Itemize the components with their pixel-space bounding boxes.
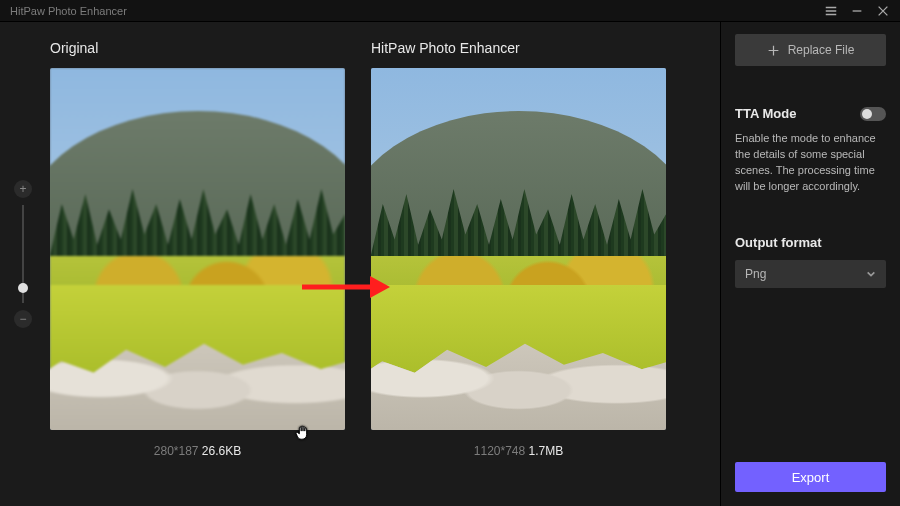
zoom-out-button[interactable]: − <box>14 310 32 328</box>
minimize-button[interactable] <box>846 1 868 21</box>
replace-file-button[interactable]: Replace File <box>735 34 886 66</box>
zoom-thumb[interactable] <box>18 283 28 293</box>
zoom-in-button[interactable]: + <box>14 180 32 198</box>
enhanced-filesize: 1.7MB <box>529 444 564 458</box>
tta-toggle[interactable] <box>860 107 886 121</box>
output-format-section: Output format Png <box>735 235 886 288</box>
enhanced-dimensions: 1120*748 <box>474 444 525 458</box>
original-filesize: 26.6KB <box>202 444 241 458</box>
enhanced-image[interactable] <box>371 68 666 430</box>
enhanced-column: HitPaw Photo Enhancer 1120*748 1.7MB <box>371 40 666 506</box>
enhanced-meta: 1120*748 1.7MB <box>371 444 666 458</box>
plus-icon <box>767 44 780 57</box>
title-bar: HitPaw Photo Enhancer <box>0 0 900 22</box>
hamburger-menu-icon[interactable] <box>820 1 842 21</box>
hand-cursor-icon <box>294 423 312 441</box>
tta-section: TTA Mode Enable the mode to enhance the … <box>735 106 886 195</box>
settings-sidebar: Replace File TTA Mode Enable the mode to… <box>720 22 900 506</box>
enhanced-heading: HitPaw Photo Enhancer <box>371 40 666 56</box>
original-image[interactable] <box>50 68 345 430</box>
original-meta: 280*187 26.6KB <box>50 444 345 458</box>
output-format-value: Png <box>745 267 766 281</box>
export-button[interactable]: Export <box>735 462 886 492</box>
app-title: HitPaw Photo Enhancer <box>10 5 127 17</box>
window-controls <box>820 1 894 21</box>
zoom-slider: + − <box>14 180 32 328</box>
zoom-track[interactable] <box>22 205 24 303</box>
original-heading: Original <box>50 40 345 56</box>
close-button[interactable] <box>872 1 894 21</box>
chevron-down-icon <box>866 269 876 279</box>
output-format-select[interactable]: Png <box>735 260 886 288</box>
output-format-label: Output format <box>735 235 886 250</box>
tta-description: Enable the mode to enhance the details o… <box>735 131 886 195</box>
export-label: Export <box>792 470 830 485</box>
original-dimensions: 280*187 <box>154 444 199 458</box>
compare-pane: + − Original 280*187 26.6KB HitPaw Photo… <box>0 22 720 506</box>
tta-label: TTA Mode <box>735 106 796 121</box>
replace-file-label: Replace File <box>788 43 855 57</box>
